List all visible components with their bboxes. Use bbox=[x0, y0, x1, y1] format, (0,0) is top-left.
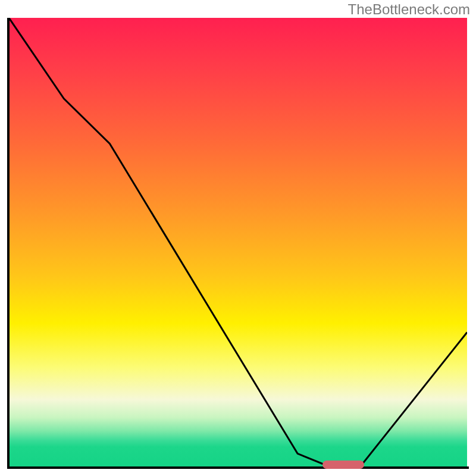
curve-layer bbox=[9, 18, 467, 467]
watermark-text: TheBottleneck.com bbox=[348, 1, 470, 18]
bottleneck-curve-path bbox=[9, 18, 467, 465]
bottleneck-chart: TheBottleneck.com bbox=[0, 0, 476, 476]
optimal-marker bbox=[322, 461, 364, 469]
